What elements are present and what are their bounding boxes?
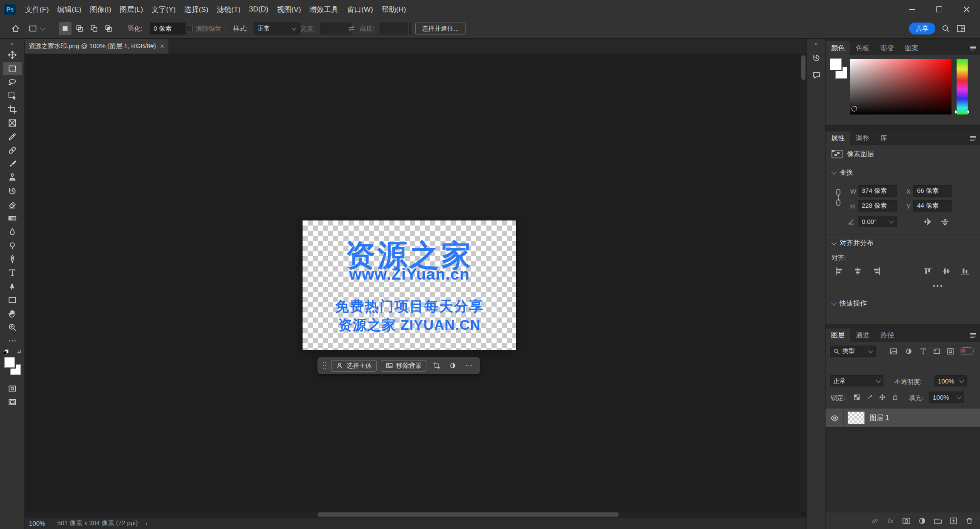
path-selection-tool[interactable] [3, 280, 22, 293]
history-panel-icon[interactable] [809, 51, 823, 65]
screen-mode-button[interactable] [3, 395, 22, 409]
tab-adjustments[interactable]: 调整 [850, 132, 875, 145]
zoom-tool[interactable] [3, 320, 22, 334]
x-field[interactable]: 66 像素 [913, 185, 952, 197]
blend-mode-select[interactable]: 正常 [830, 375, 883, 386]
add-selection-mode-button[interactable] [73, 22, 86, 35]
object-selection-tool[interactable] [3, 89, 22, 103]
layer-name[interactable]: 图层 1 [870, 414, 889, 423]
eyedropper-tool[interactable] [3, 130, 22, 143]
lock-position-icon[interactable] [877, 392, 887, 402]
tab-libraries[interactable]: 库 [875, 132, 893, 145]
foreground-color-swatch[interactable] [830, 58, 842, 70]
crop-tool[interactable] [3, 103, 22, 116]
align-left-icon[interactable] [834, 266, 844, 276]
transform-section-header[interactable]: 变换 [831, 168, 853, 177]
menu-filter[interactable]: 滤镜(T) [213, 0, 245, 19]
flip-vertical-icon[interactable] [940, 217, 951, 227]
angle-field[interactable]: 0.00° [858, 216, 897, 227]
lock-all-icon[interactable] [890, 392, 900, 402]
more-options-icon[interactable] [463, 360, 475, 372]
select-subject-button[interactable]: 选择主体 [331, 360, 377, 372]
menu-plugins[interactable]: 增效工具 [305, 0, 343, 19]
width-input[interactable] [320, 23, 351, 34]
height-input[interactable] [380, 23, 411, 34]
workspace-switcher-icon[interactable] [957, 24, 966, 33]
align-right-icon[interactable] [871, 266, 882, 276]
swap-colors-icon[interactable]: ⇄ [17, 349, 21, 355]
tab-paths[interactable]: 路径 [875, 329, 900, 342]
tab-properties[interactable]: 属性 [826, 132, 850, 145]
minimize-button[interactable] [898, 0, 926, 19]
menu-window[interactable]: 窗口(W) [343, 0, 377, 19]
link-layers-icon[interactable] [870, 516, 880, 526]
pen-tool[interactable] [3, 252, 22, 266]
saturation-brightness-field[interactable] [850, 59, 951, 114]
default-colors-icon[interactable] [3, 349, 9, 355]
lock-pixels-icon[interactable] [865, 392, 874, 402]
menu-edit[interactable]: 编辑(E) [53, 0, 86, 19]
intersect-selection-mode-button[interactable] [102, 22, 115, 35]
panel-menu-icon[interactable] [970, 41, 977, 55]
dock-expand-icon[interactable]: « [814, 39, 818, 48]
document-tab[interactable]: 资源之家水印.png @ 100% (图层 1, RGB/8#) × [24, 39, 169, 54]
close-button[interactable] [953, 0, 980, 19]
maximize-button[interactable] [926, 0, 953, 19]
comments-panel-icon[interactable] [809, 68, 823, 82]
add-layer-mask-icon[interactable] [901, 516, 911, 526]
style-select[interactable]: 正常 [254, 23, 300, 34]
menu-view[interactable]: 视图(V) [273, 0, 306, 19]
select-and-mask-button[interactable]: 选择并遮住... [415, 23, 466, 34]
move-tool[interactable] [3, 48, 22, 62]
vertical-scrollbar[interactable] [800, 54, 806, 512]
filter-shape-layers-icon[interactable] [931, 346, 942, 356]
align-section-header[interactable]: 对齐并分布 [831, 239, 874, 248]
blur-tool[interactable] [3, 225, 22, 239]
tab-patterns[interactable]: 图案 [900, 41, 924, 55]
opacity-field[interactable]: 100% [934, 375, 967, 386]
layer-effects-icon[interactable]: fx [886, 516, 896, 526]
align-bottom-icon[interactable] [960, 266, 970, 276]
align-horizontal-center-icon[interactable] [853, 266, 863, 276]
antialias-checkbox[interactable] [186, 25, 193, 32]
width-field[interactable]: 374 像素 [858, 185, 897, 197]
height-field[interactable]: 228 像素 [858, 200, 897, 212]
frame-tool[interactable] [3, 116, 22, 130]
type-tool[interactable] [3, 266, 22, 280]
edit-toolbar-icon[interactable] [3, 334, 22, 348]
delete-layer-icon[interactable] [964, 516, 974, 526]
tab-channels[interactable]: 通道 [850, 329, 875, 342]
tab-layers[interactable]: 图层 [826, 329, 850, 342]
tab-close-icon[interactable]: × [160, 42, 164, 51]
new-layer-icon[interactable] [949, 516, 959, 526]
menu-image[interactable]: 图像(I) [86, 0, 115, 19]
menu-select[interactable]: 选择(S) [180, 0, 213, 19]
document-canvas[interactable]: 资源之家 www.ZiYuan.cn 免费热门项目每天分享 资源之家 ZIYUA… [303, 220, 516, 350]
layer-visibility-eye-icon[interactable] [826, 409, 844, 427]
zoom-level[interactable]: 100% [29, 520, 45, 527]
layer-row[interactable]: 图层 1 [826, 409, 980, 428]
status-expand-icon[interactable]: › [146, 520, 148, 527]
horizontal-scrollbar-thumb[interactable] [317, 512, 619, 517]
quick-mask-button[interactable] [3, 382, 22, 395]
menu-type[interactable]: 文字(Y) [147, 0, 180, 19]
lock-transparency-icon[interactable] [852, 392, 861, 402]
menu-help[interactable]: 帮助(H) [377, 0, 411, 19]
color-picker-cursor[interactable] [851, 106, 857, 112]
menu-file[interactable]: 文件(F) [21, 0, 53, 19]
tab-swatches[interactable]: 色板 [850, 41, 875, 55]
tab-gradients[interactable]: 渐变 [875, 41, 900, 55]
share-button[interactable]: 共享 [909, 23, 935, 34]
layer-filter-type-select[interactable]: 类型 [830, 346, 876, 357]
swap-dimensions-icon[interactable] [347, 24, 356, 33]
panel-color-swatches[interactable] [829, 57, 849, 81]
search-icon[interactable] [941, 24, 950, 33]
hand-tool[interactable] [3, 307, 22, 320]
remove-background-button[interactable]: 移除背景 [381, 360, 426, 372]
gradient-tool[interactable] [3, 212, 22, 225]
y-field[interactable]: 44 像素 [913, 200, 952, 212]
history-brush-tool[interactable] [3, 184, 22, 198]
new-group-icon[interactable] [933, 516, 943, 526]
quick-actions-section-header[interactable]: 快速操作 [831, 299, 867, 308]
clone-stamp-tool[interactable] [3, 171, 22, 184]
